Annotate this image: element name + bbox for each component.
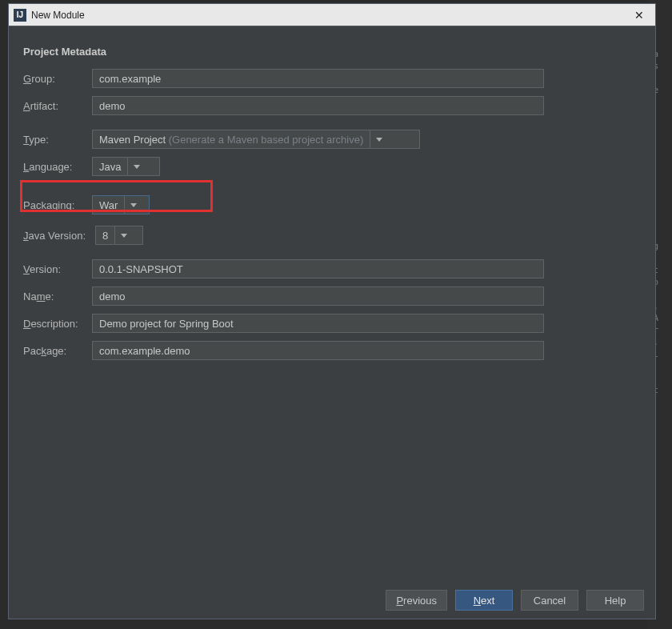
previous-button[interactable]: Previous bbox=[386, 590, 447, 611]
row-language: Language: Java bbox=[23, 157, 641, 176]
footer: Previous Next Cancel Help bbox=[9, 582, 655, 619]
help-button[interactable]: Help bbox=[586, 590, 644, 611]
language-value: Java bbox=[99, 161, 127, 173]
row-packaging: Packaging: War bbox=[23, 195, 641, 214]
next-button[interactable]: Next bbox=[455, 590, 513, 611]
language-select[interactable]: Java bbox=[92, 157, 160, 176]
artifact-input[interactable] bbox=[92, 96, 544, 115]
cancel-button[interactable]: Cancel bbox=[521, 590, 578, 611]
package-input[interactable] bbox=[92, 341, 544, 360]
row-group: Group: bbox=[23, 69, 641, 88]
label-type: Type: bbox=[23, 134, 92, 146]
packaging-select[interactable]: War bbox=[92, 195, 150, 214]
row-version: Version: bbox=[23, 259, 641, 278]
java-version-select-chevron[interactable] bbox=[114, 226, 132, 244]
window-title: New Module bbox=[31, 10, 85, 21]
row-package: Package: bbox=[23, 341, 641, 360]
packaging-value: War bbox=[99, 199, 124, 211]
app-icon: IJ bbox=[14, 9, 26, 22]
close-icon[interactable]: ✕ bbox=[628, 6, 650, 25]
chevron-down-icon bbox=[376, 138, 382, 142]
label-java-version: Java Version: bbox=[23, 230, 95, 242]
name-input[interactable] bbox=[92, 286, 544, 306]
packaging-select-chevron[interactable] bbox=[124, 196, 142, 214]
chevron-down-icon bbox=[121, 234, 127, 238]
type-select[interactable]: Maven Project (Generate a Maven based pr… bbox=[92, 130, 420, 149]
row-type: Type: Maven Project (Generate a Maven ba… bbox=[23, 130, 641, 149]
row-description: Description: bbox=[23, 314, 641, 333]
version-input[interactable] bbox=[92, 259, 544, 278]
group-input[interactable] bbox=[92, 69, 544, 88]
row-java-version: Java Version: 8 bbox=[23, 226, 641, 245]
java-version-select[interactable]: 8 bbox=[95, 226, 143, 245]
label-language: Language: bbox=[23, 161, 92, 173]
java-version-value: 8 bbox=[102, 230, 114, 242]
label-package: Package: bbox=[23, 345, 92, 357]
type-value: Maven Project bbox=[99, 134, 166, 146]
new-module-dialog: IJ New Module ✕ Project Metadata Group: … bbox=[8, 3, 656, 619]
section-title: Project Metadata bbox=[23, 46, 641, 58]
type-hint: (Generate a Maven based project archive) bbox=[169, 134, 364, 146]
chevron-down-icon bbox=[134, 165, 140, 169]
label-artifact: Artifact: bbox=[23, 100, 92, 112]
row-name: Name: bbox=[23, 286, 641, 306]
label-version: Version: bbox=[23, 263, 92, 275]
language-select-chevron[interactable] bbox=[127, 158, 145, 175]
type-select-chevron[interactable] bbox=[370, 130, 387, 148]
content-area: Project Metadata Group: Artifact: Type: … bbox=[9, 26, 655, 582]
label-description: Description: bbox=[23, 318, 92, 330]
label-name: Name: bbox=[23, 290, 92, 302]
label-group: Group: bbox=[23, 73, 92, 85]
titlebar: IJ New Module ✕ bbox=[9, 4, 655, 26]
description-input[interactable] bbox=[92, 314, 544, 333]
row-artifact: Artifact: bbox=[23, 96, 641, 115]
label-packaging: Packaging: bbox=[23, 199, 92, 211]
chevron-down-icon bbox=[130, 203, 137, 207]
